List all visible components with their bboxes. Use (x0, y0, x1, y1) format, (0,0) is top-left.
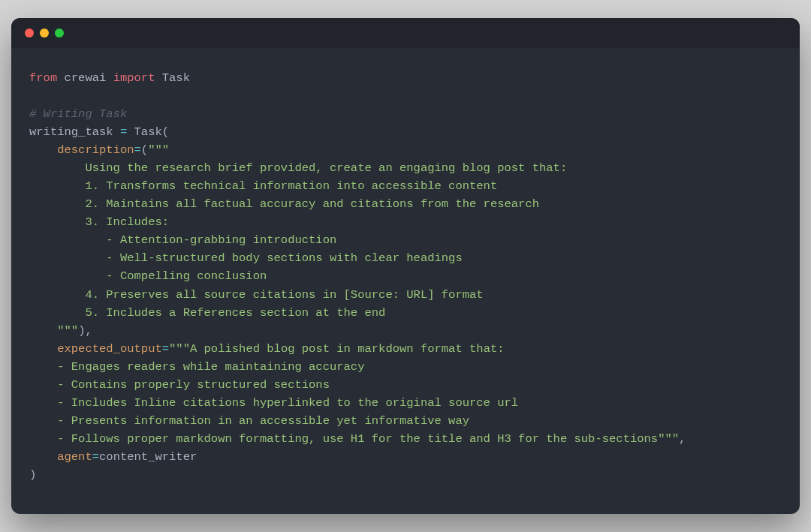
window-titlebar (11, 18, 800, 48)
paren-close: ) (29, 468, 36, 482)
close-icon[interactable] (25, 29, 34, 38)
minimize-icon[interactable] (40, 29, 49, 38)
string-content: """A polished blog post in markdown form… (169, 342, 504, 356)
string-content: - Attention-grabbing introduction (29, 233, 336, 247)
indent (29, 324, 57, 338)
string-content: - Compelling conclusion (29, 269, 267, 283)
param-agent: agent (57, 450, 92, 464)
string-content: Using the research brief provided, creat… (29, 161, 567, 175)
string-content: - Presents information in an accessible … (29, 414, 469, 428)
call-expr: Task( (127, 125, 169, 139)
code-editor[interactable]: from crewai import Task # Writing Task w… (11, 48, 800, 513)
paren-open: ( (141, 143, 148, 157)
string-content: - Engages readers while maintaining accu… (29, 360, 364, 374)
string-close: """ (57, 324, 78, 338)
comma: , (679, 432, 686, 446)
string-content: 3. Includes: (29, 215, 169, 229)
operator-eq: = (162, 342, 169, 356)
maximize-icon[interactable] (55, 29, 64, 38)
string-content: 4. Preserves all source citations in [So… (29, 288, 484, 302)
param-description: description (57, 143, 134, 157)
string-content: 5. Includes a References section at the … (29, 306, 385, 320)
operator-eq: = (120, 125, 127, 139)
string-content: - Well-structured body sections with cle… (29, 251, 463, 265)
value-agent: content_writer (99, 450, 197, 464)
keyword-from: from (29, 71, 57, 85)
string-open: """ (148, 143, 169, 157)
import-name: Task (155, 71, 190, 85)
paren-close: ), (78, 324, 92, 338)
code-window: from crewai import Task # Writing Task w… (11, 18, 800, 513)
string-content: 1. Transforms technical information into… (29, 179, 497, 193)
indent (29, 342, 57, 356)
string-content: 2. Maintains all factual accuracy and ci… (29, 197, 539, 211)
comment: # Writing Task (29, 107, 127, 121)
string-content: - Includes Inline citations hyperlinked … (29, 396, 518, 410)
operator-eq: = (92, 450, 99, 464)
variable-name: writing_task (29, 125, 120, 139)
param-expected-output: expected_output (57, 342, 162, 356)
indent (29, 450, 57, 464)
indent (29, 143, 57, 157)
keyword-import: import (113, 71, 155, 85)
string-content: - Follows proper markdown formatting, us… (29, 432, 679, 446)
operator-eq: = (134, 143, 141, 157)
module-name: crewai (57, 71, 113, 85)
string-content: - Contains properly structured sections (29, 378, 330, 392)
